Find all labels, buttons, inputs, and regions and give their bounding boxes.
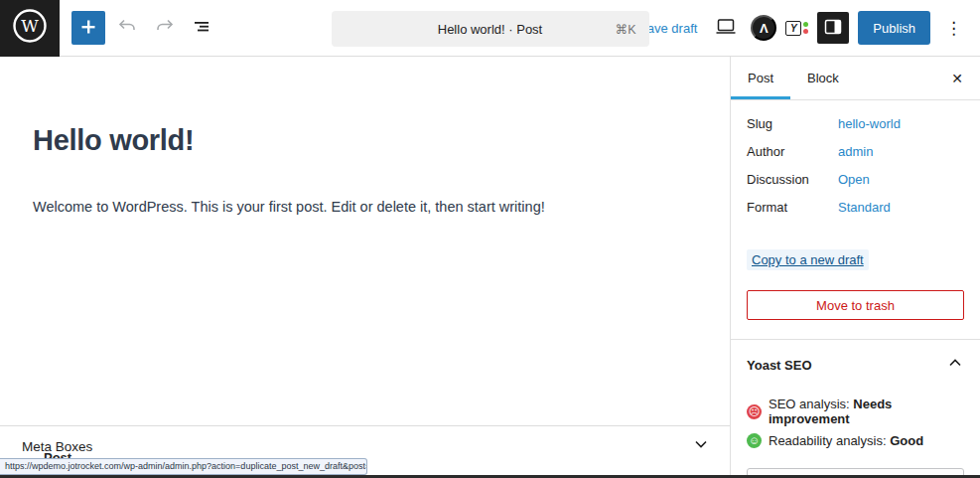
format-label: Format: [747, 200, 838, 215]
readability-score-good-icon: ☺: [747, 433, 762, 448]
tab-block[interactable]: Block: [790, 57, 856, 99]
copy-draft-row: Copy to a new draft: [731, 249, 980, 270]
yoast-seo-toolbar-button[interactable]: Y: [785, 21, 808, 36]
discussion-label: Discussion: [747, 172, 838, 187]
editor-content-row: Hello world! Welcome to WordPress. This …: [0, 57, 980, 478]
readability-analysis-text: Readability analysis: Good: [769, 433, 923, 448]
plus-icon: [78, 17, 98, 40]
plugin-a-button[interactable]: Λ: [751, 15, 776, 41]
svg-text:W: W: [21, 16, 39, 36]
header-actions: Save draft Λ Y Publish: [634, 11, 980, 45]
meta-boxes-toggle[interactable]: Meta Boxes: [0, 425, 730, 457]
summary-row-slug: Slug hello-world: [747, 116, 964, 131]
sidebar-tabs: Post Block ✕: [731, 57, 980, 100]
document-tools: [60, 11, 218, 45]
editor-canvas[interactable]: Hello world! Welcome to WordPress. This …: [0, 57, 730, 478]
format-value-link[interactable]: Standard: [838, 200, 891, 215]
browser-link-preview: https://wpdemo.jotrocket.com/wp-admin/ad…: [0, 458, 367, 475]
discussion-value-link[interactable]: Open: [838, 172, 870, 187]
seo-analysis-text: SEO analysis: Needs improvement: [769, 397, 964, 426]
close-sidebar-button[interactable]: ✕: [942, 64, 972, 93]
yoast-green-dot-icon: [803, 22, 808, 27]
publish-button[interactable]: Publish: [858, 11, 930, 45]
seo-score-bad-icon: ☹: [747, 404, 762, 419]
plugin-a-icon: Λ: [760, 21, 769, 36]
yoast-red-dot-icon: [803, 29, 808, 34]
yoast-seo-panel: Yoast SEO ☹ SEO analysis: Needs improvem…: [731, 339, 980, 478]
wordpress-logo-icon: W: [11, 7, 49, 49]
readability-analysis-value: Good: [890, 433, 923, 448]
post-summary: Slug hello-world Author admin Discussion…: [731, 100, 980, 236]
yoast-score-dots: [803, 22, 808, 34]
copy-to-new-draft-link[interactable]: Copy to a new draft: [747, 249, 869, 270]
laptop-preview-icon: [714, 15, 738, 42]
settings-sidebar-toggle[interactable]: [817, 12, 849, 44]
document-bar[interactable]: Hello world! · Post ⌘K: [332, 11, 649, 47]
seo-analysis-label: SEO analysis:: [769, 397, 850, 411]
wordpress-block-editor: W: [0, 0, 980, 478]
undo-button[interactable]: [111, 12, 143, 44]
author-value-link[interactable]: admin: [838, 144, 873, 159]
summary-row-format: Format Standard: [747, 200, 964, 215]
move-to-trash-button[interactable]: Move to trash: [747, 290, 964, 320]
add-block-button[interactable]: [71, 11, 105, 45]
command-palette-shortcut: ⌘K: [616, 22, 636, 37]
yoast-panel-header[interactable]: Yoast SEO: [747, 354, 964, 376]
trash-row: Move to trash: [731, 290, 980, 320]
list-view-icon: [191, 15, 214, 42]
preview-button[interactable]: [710, 12, 742, 44]
post-title[interactable]: Hello world!: [33, 124, 730, 157]
yoast-icon: Y: [785, 21, 801, 36]
document-bar-title: Hello world! · Post: [438, 22, 542, 37]
summary-row-author: Author admin: [747, 144, 964, 159]
redo-button[interactable]: [149, 12, 181, 44]
post-paragraph[interactable]: Welcome to WordPress. This is your first…: [33, 196, 697, 219]
readability-analysis-label: Readability analysis:: [769, 433, 887, 448]
wordpress-logo-button[interactable]: W: [0, 0, 60, 57]
chevron-up-icon: [946, 354, 964, 376]
yoast-analysis-list: ☹ SEO analysis: Needs improvement ☺ Read…: [747, 397, 964, 448]
editor-top-toolbar: W: [0, 0, 980, 57]
slug-label: Slug: [747, 116, 838, 131]
sidebar-panel-icon: [823, 17, 843, 40]
settings-sidebar: Post Block ✕ Slug hello-world Author adm…: [730, 57, 980, 478]
options-menu-button[interactable]: ⋮: [939, 16, 968, 41]
undo-icon: [115, 15, 139, 42]
tab-post[interactable]: Post: [731, 57, 790, 99]
chevron-down-icon: [692, 435, 710, 457]
redo-icon: [153, 15, 177, 42]
summary-row-discussion: Discussion Open: [747, 172, 964, 187]
readability-analysis-row: ☺ Readability analysis: Good: [747, 433, 964, 448]
author-label: Author: [747, 144, 838, 159]
document-overview-button[interactable]: [187, 12, 218, 44]
yoast-panel-title: Yoast SEO: [747, 358, 812, 373]
seo-analysis-row: ☹ SEO analysis: Needs improvement: [747, 397, 964, 426]
slug-value-link[interactable]: hello-world: [838, 116, 901, 131]
